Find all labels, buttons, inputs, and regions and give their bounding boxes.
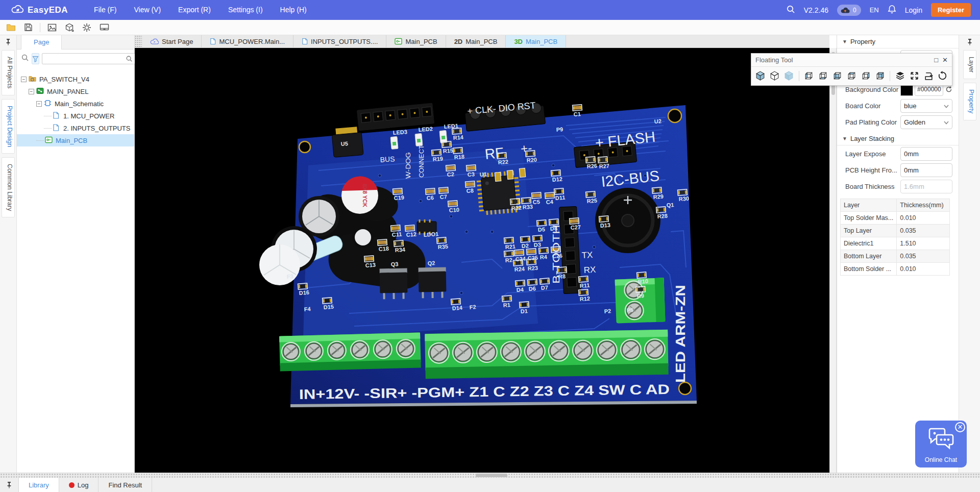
cube-wireframe-icon[interactable] [769, 69, 781, 82]
layer-stack-row-dielectric1[interactable]: Dielectric11.510 [841, 237, 950, 250]
floating-tool-titlebar[interactable]: Floating Tool □ ✕ [751, 54, 952, 67]
online-chat-widget[interactable]: Online Chat ✕ [915, 421, 967, 468]
board-color-select[interactable]: blue [900, 99, 952, 113]
rail-tab-common-library[interactable]: Common Library [2, 157, 15, 217]
tab-page[interactable]: Page [21, 35, 62, 50]
doc-tab-start-page[interactable]: Start Page [142, 35, 202, 47]
menu-item-export[interactable]: Export (R) [169, 0, 219, 20]
search-icon[interactable] [21, 54, 29, 64]
language-switch[interactable]: EN [870, 6, 879, 14]
layer-stack-row-bottom-layer[interactable]: Bottom Layer0.035 [841, 250, 950, 263]
layer-stack-row-bottom-solder-[interactable]: Bottom Solder ...0.010 [841, 263, 950, 276]
doc-tab-inputs-outputs-[interactable]: INPUTS_OUTPUTS.... [293, 35, 386, 47]
layer-stack-row-top-layer[interactable]: Top Layer0.035 [841, 225, 950, 237]
rail-tab-project-design[interactable]: Project Design [2, 99, 15, 154]
svg-text:C12: C12 [406, 231, 416, 238]
view-bottom-icon[interactable] [817, 69, 829, 82]
close-icon[interactable]: ✕ [942, 56, 948, 64]
tree-expander-icon[interactable]: − [29, 89, 34, 94]
save-icon[interactable] [22, 22, 34, 33]
rail-tab-all-projects[interactable]: All Projects [2, 50, 15, 95]
reset-color-icon[interactable] [945, 86, 952, 93]
horizontal-scroll-thumb[interactable] [476, 474, 507, 477]
doc-tab-3d-main-pcb[interactable]: 3DMain_PCB [506, 35, 566, 47]
cube-translucent-icon[interactable] [783, 69, 795, 82]
bottom-tab-label: Library [29, 481, 49, 489]
maximize-icon[interactable]: □ [934, 56, 938, 64]
doc-tab-main-pcb[interactable]: Main_PCB [386, 35, 446, 47]
folder-icon[interactable] [5, 22, 16, 33]
zoom-fit-icon[interactable] [908, 69, 920, 82]
package-3d-icon[interactable] [64, 22, 75, 33]
view-left-icon[interactable] [803, 69, 815, 82]
login-link[interactable]: Login [905, 6, 922, 14]
tree-item-main-panel[interactable]: −MAIN_PANEL [17, 85, 134, 97]
doc-tab-mcu-power-main-[interactable]: MCU_POWER.Main... [202, 35, 293, 47]
svg-text:C6: C6 [426, 194, 434, 201]
view-back-icon[interactable] [874, 69, 886, 82]
chevron-down-icon [944, 102, 949, 110]
menu-item-settings[interactable]: Settings (I) [219, 0, 272, 20]
pin-icon[interactable] [0, 35, 16, 46]
field-input[interactable]: 0mm [900, 147, 952, 161]
horizontal-scrollbar[interactable] [0, 473, 980, 478]
cloud-sync-badge[interactable]: 0 [837, 5, 861, 16]
layers-icon[interactable] [894, 69, 906, 82]
monitor-icon[interactable] [99, 22, 110, 33]
layer-thickness-cell: 0.035 [897, 225, 950, 237]
menu-item-help[interactable]: Help (H) [272, 0, 315, 20]
logo-text: EasyEDA [28, 5, 68, 15]
pad-plating-color-select[interactable]: Golden [900, 115, 952, 129]
tree-item-pa-switch-v4[interactable]: −PA_SWITCH_V4 [17, 73, 134, 85]
left-rail: All ProjectsProject DesignCommon Library [0, 35, 17, 473]
layer-stacking-header[interactable]: ▼ Layer Stacking [837, 132, 959, 145]
bottom-tab-library[interactable]: Library [18, 478, 59, 492]
tree-expander-icon[interactable]: − [36, 101, 42, 107]
view-front-icon[interactable] [831, 69, 844, 82]
svg-text:C1: C1 [573, 111, 581, 117]
pcb-3d-viewport[interactable]: 8X8 YCK [135, 48, 829, 473]
filter-icon[interactable] [32, 53, 39, 64]
tree-expander-icon[interactable]: − [21, 77, 27, 82]
field-input[interactable]: 0mm [900, 163, 952, 177]
image-export-icon[interactable] [46, 22, 58, 33]
settings-icon[interactable] [81, 22, 92, 33]
search-icon[interactable] [786, 5, 795, 16]
menu-item-view[interactable]: View (V) [125, 0, 169, 20]
rail-tab-layer[interactable]: Layer [963, 50, 976, 79]
rotate-icon[interactable] [937, 69, 949, 82]
property-panel-header[interactable]: ▼ Property [837, 35, 959, 48]
tree-item-1-mcu-power[interactable]: 1. MCU_POWER [17, 110, 134, 122]
pin-icon[interactable] [0, 478, 18, 492]
tree-item-main-schematic[interactable]: −Main_Schematic [17, 97, 134, 110]
cube-solid-icon[interactable] [754, 69, 767, 82]
chat-close-icon[interactable]: ✕ [955, 422, 965, 432]
doc-tab-2d-main-pcb[interactable]: 2DMain_PCB [446, 35, 506, 47]
bottom-tab-log[interactable]: Log [59, 478, 99, 492]
tree-item-2-inputs-outputs[interactable]: 2. INPUTS_OUTPUTS [17, 122, 134, 134]
view-top-icon[interactable] [845, 69, 857, 82]
bottom-tab-find-result[interactable]: Find Result [99, 478, 152, 492]
project-sidebar: Page −PA_SWITCH_V4−MAIN_PANEL−Main_Schem… [17, 35, 135, 473]
right-rail: LayerProperty [959, 35, 980, 473]
menu-item-file[interactable]: File (F) [85, 0, 125, 20]
svg-text:R1: R1 [503, 302, 510, 308]
view-right-icon[interactable] [860, 69, 872, 82]
rail-tab-property[interactable]: Property [963, 83, 976, 120]
snapshot-icon[interactable] [922, 69, 935, 82]
layer-thickness-cell: 0.010 [897, 212, 950, 225]
tab-label: Main_PCB [526, 38, 557, 45]
pin-icon[interactable] [959, 35, 980, 46]
field-label: Layer Expose [845, 150, 900, 158]
tabbar-grip[interactable] [135, 35, 142, 47]
search-go-icon[interactable] [126, 55, 135, 62]
vertical-scrollbar[interactable] [829, 48, 837, 473]
search-input[interactable] [42, 54, 126, 63]
tree-item-main-pcb[interactable]: Main_PCB [17, 134, 134, 146]
svg-text:C13: C13 [365, 262, 376, 268]
notifications-bell-icon[interactable] [888, 5, 896, 16]
layer-stack-row-top-solder-mas-[interactable]: Top Solder Mas...0.010 [841, 212, 950, 225]
register-button[interactable]: Register [931, 3, 971, 17]
svg-text:C8: C8 [466, 187, 474, 194]
easyeda-logo[interactable]: EasyEDA [11, 5, 68, 16]
